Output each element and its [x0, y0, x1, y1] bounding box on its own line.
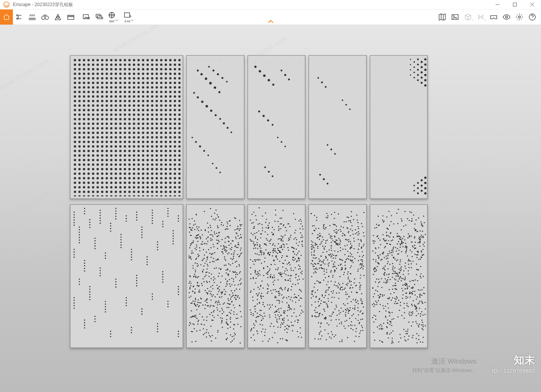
panorama-button[interactable]: 360° — [106, 9, 118, 25]
svg-point-1312 — [277, 314, 278, 316]
svg-point-557 — [199, 305, 200, 306]
svg-point-2333 — [421, 295, 422, 296]
svg-point-225 — [110, 228, 111, 229]
svg-point-1718 — [324, 302, 326, 303]
svg-point-795 — [234, 272, 235, 273]
svg-point-1360 — [283, 263, 284, 264]
svg-point-915 — [287, 256, 288, 257]
visual-settings-button[interactable] — [500, 9, 513, 25]
svg-point-2500 — [404, 266, 405, 267]
svg-point-92 — [321, 81, 323, 83]
render-viewport[interactable]: www.znzmo.com www.znzmo.com www.znzmo.co… — [0, 25, 541, 392]
svg-point-2431 — [402, 274, 404, 275]
svg-point-426 — [231, 310, 232, 311]
svg-point-2625 — [408, 233, 409, 235]
vr-headset-button[interactable] — [487, 9, 500, 25]
svg-point-1643 — [320, 323, 321, 324]
svg-point-231 — [115, 210, 116, 212]
svg-point-1770 — [312, 233, 313, 234]
maximize-button[interactable] — [506, 0, 524, 9]
svg-point-713 — [191, 258, 192, 260]
map-button[interactable] — [436, 9, 449, 25]
batch-render-button[interactable] — [93, 9, 106, 25]
svg-point-1422 — [267, 293, 268, 294]
svg-point-4 — [45, 16, 48, 19]
svg-point-237 — [115, 284, 116, 285]
svg-point-1540 — [345, 314, 346, 315]
svg-point-724 — [195, 305, 196, 306]
svg-point-1913 — [335, 334, 336, 336]
minimize-button[interactable] — [489, 0, 506, 9]
export-exe-button[interactable]: EXE — [121, 9, 134, 25]
svg-point-2591 — [386, 333, 387, 334]
svg-point-2375 — [397, 248, 398, 249]
svg-point-1109 — [294, 254, 295, 255]
screenshot-button[interactable] — [80, 9, 93, 25]
asset-library-button[interactable] — [449, 9, 461, 25]
svg-point-1280 — [278, 221, 279, 222]
svg-point-2160 — [377, 266, 378, 267]
svg-point-568 — [236, 272, 237, 274]
svg-point-1907 — [327, 281, 329, 282]
perspective-button[interactable] — [51, 9, 64, 25]
svg-point-446 — [210, 293, 211, 294]
svg-point-988 — [263, 268, 264, 269]
svg-point-1276 — [302, 246, 303, 247]
svg-point-2299 — [402, 246, 404, 247]
svg-point-334 — [191, 316, 192, 317]
svg-point-1169 — [266, 238, 267, 239]
svg-point-2316 — [389, 225, 390, 226]
cube-view-button[interactable] — [461, 9, 474, 25]
svg-point-1130 — [262, 296, 263, 297]
svg-point-765 — [218, 276, 219, 277]
svg-point-1306 — [277, 322, 278, 323]
svg-point-1847 — [316, 220, 317, 221]
binoculars-button[interactable] — [39, 9, 51, 25]
exe-label: EXE — [125, 20, 131, 23]
svg-point-229 — [110, 336, 111, 337]
svg-point-193 — [89, 291, 90, 292]
svg-point-610 — [236, 314, 237, 315]
svg-point-109 — [314, 189, 315, 190]
svg-point-781 — [198, 285, 200, 286]
svg-point-2120 — [419, 236, 421, 238]
svg-point-900 — [234, 314, 235, 315]
svg-point-1067 — [287, 275, 288, 276]
collapse-toolbar-icon[interactable] — [268, 18, 274, 25]
svg-point-2597 — [413, 280, 414, 282]
svg-point-2231 — [407, 255, 408, 257]
svg-point-88 — [270, 189, 271, 190]
svg-point-2612 — [408, 286, 410, 287]
svg-point-2045 — [326, 257, 327, 258]
svg-point-591 — [234, 290, 235, 291]
svg-point-852 — [227, 274, 228, 275]
svg-point-293 — [157, 249, 158, 250]
svg-point-1982 — [333, 258, 334, 259]
svg-point-246 — [126, 218, 127, 219]
svg-point-112 — [424, 64, 426, 66]
svg-point-854 — [224, 247, 225, 248]
views-button[interactable] — [13, 9, 26, 25]
svg-point-1388 — [270, 290, 271, 291]
svg-point-2126 — [392, 251, 393, 252]
help-button[interactable] — [526, 9, 539, 25]
close-button[interactable] — [524, 0, 541, 9]
svg-point-2565 — [422, 231, 423, 232]
video-button[interactable] — [64, 9, 77, 25]
svg-point-895 — [235, 295, 237, 296]
svg-point-1125 — [269, 317, 270, 318]
svg-point-1875 — [331, 291, 332, 292]
svg-point-1173 — [270, 239, 271, 240]
svg-point-2568 — [396, 213, 397, 214]
collaboration-button[interactable] — [474, 9, 487, 25]
svg-point-467 — [227, 229, 228, 230]
svg-point-2095 — [383, 267, 384, 268]
svg-point-2432 — [407, 339, 408, 340]
svg-point-1585 — [340, 289, 341, 290]
svg-point-595 — [225, 249, 226, 250]
svg-point-588 — [240, 234, 241, 235]
general-settings-button[interactable] — [513, 9, 526, 25]
svg-point-597 — [230, 286, 231, 287]
bim-mode-button[interactable]: BIM — [26, 9, 39, 25]
home-button[interactable] — [0, 9, 13, 25]
